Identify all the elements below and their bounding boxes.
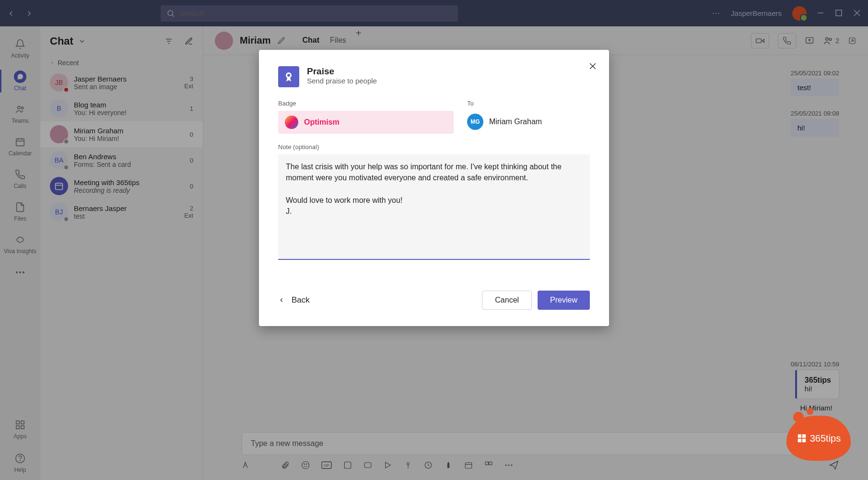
svg-rect-59 (802, 434, 806, 438)
praise-modal: Praise Send praise to people Badge Optim… (259, 50, 609, 326)
badge-selector[interactable]: Optimism (278, 111, 454, 134)
recipient-chip[interactable]: MG Miriam Graham (467, 111, 590, 130)
recipient-name: Miriam Graham (489, 117, 542, 126)
modal-close-icon[interactable] (588, 61, 598, 71)
svg-rect-58 (798, 434, 801, 438)
modal-subtitle: Send praise to people (307, 77, 377, 85)
svg-point-57 (287, 74, 290, 77)
preview-button[interactable]: Preview (538, 291, 590, 310)
recipient-avatar: MG (467, 114, 483, 130)
to-label: To (467, 100, 590, 107)
svg-rect-61 (802, 439, 806, 442)
optimism-badge-icon (285, 116, 298, 129)
brand-watermark: 365tips (786, 416, 851, 461)
note-textarea[interactable] (278, 154, 590, 260)
note-label: Note (optional) (278, 143, 590, 151)
cancel-button[interactable]: Cancel (482, 291, 532, 310)
back-button[interactable]: Back (278, 295, 310, 305)
badge-name: Optimism (304, 118, 340, 127)
modal-overlay: Praise Send praise to people Badge Optim… (0, 0, 868, 480)
modal-title: Praise (307, 66, 377, 77)
badge-label: Badge (278, 100, 454, 107)
praise-badge-icon (278, 66, 299, 87)
svg-rect-60 (798, 439, 801, 442)
